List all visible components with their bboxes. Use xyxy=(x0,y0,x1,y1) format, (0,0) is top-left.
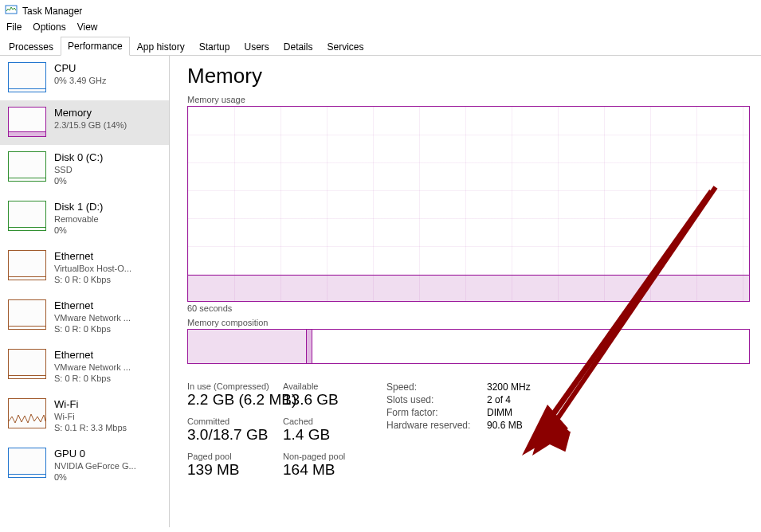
memory-usage-fill xyxy=(188,275,749,301)
sidebar-item-text: CPU0% 3.49 GHz xyxy=(54,62,106,92)
stats-right-col: Speed: 3200 MHz Slots used: 2 of 4 Form … xyxy=(386,381,531,479)
sidebar-item-sub1: VMware Network ... xyxy=(54,362,131,373)
sidebar-item-sub2: 0% xyxy=(54,175,103,186)
memory-usage-chart[interactable] xyxy=(187,106,750,302)
sidebar-item-sub1: Wi-Fi xyxy=(54,411,127,422)
stats-left-col: In use (Compressed) 2.2 GB (6.2 MB) Avai… xyxy=(187,381,363,479)
chart-x-axis-label: 60 seconds xyxy=(187,303,750,313)
label-nonpaged-pool: Non-paged pool xyxy=(283,452,363,461)
sidebar-thumb-chart xyxy=(8,448,46,478)
sidebar-thumb-chart xyxy=(8,299,46,330)
sidebar-item-ethernet[interactable]: EthernetVMware Network ...S: 0 R: 0 Kbps xyxy=(0,293,169,342)
app-icon xyxy=(5,3,18,18)
composition-label: Memory composition xyxy=(187,318,750,327)
sidebar-item-cpu[interactable]: CPU0% 3.49 GHz xyxy=(0,56,169,100)
sidebar-item-sub2: 0% xyxy=(54,471,136,483)
tab-services[interactable]: Services xyxy=(320,37,371,56)
label-available: Available xyxy=(283,381,363,391)
value-nonpaged-pool: 164 MB xyxy=(283,461,363,479)
sidebar-item-title: Disk 0 (C:) xyxy=(54,151,103,164)
sidebar-item-text: EthernetVMware Network ...S: 0 R: 0 Kbps xyxy=(54,299,131,334)
value-form-factor: DIMM xyxy=(487,407,531,418)
sidebar-item-title: Memory xyxy=(54,107,127,119)
sidebar-item-wi-fi[interactable]: Wi-FiWi-FiS: 0.1 R: 3.3 Mbps xyxy=(0,392,169,441)
tab-app-history[interactable]: App history xyxy=(130,37,192,56)
value-slots: 2 of 4 xyxy=(487,394,531,405)
composition-free xyxy=(312,330,749,363)
sidebar-item-sub1: VMware Network ... xyxy=(54,312,131,323)
sidebar-thumb-chart xyxy=(8,201,46,231)
tab-processes[interactable]: Processes xyxy=(2,37,61,56)
menu-bar: File Options View xyxy=(0,20,761,36)
sidebar-thumb-chart xyxy=(8,107,46,137)
value-available: 13.6 GB xyxy=(283,391,363,409)
label-form-factor: Form factor: xyxy=(386,407,482,418)
value-committed: 3.0/18.7 GB xyxy=(187,426,283,444)
value-speed: 3200 MHz xyxy=(487,381,531,393)
composition-in-use xyxy=(188,330,307,363)
tab-users[interactable]: Users xyxy=(237,37,276,56)
perf-main: Memory Memory usage 60 seconds Memory co… xyxy=(170,56,761,527)
sidebar-item-title: GPU 0 xyxy=(54,448,136,460)
value-paged-pool: 139 MB xyxy=(187,461,283,479)
composition-modified xyxy=(307,330,312,363)
sidebar-item-sub1: 2.3/15.9 GB (14%) xyxy=(54,119,127,131)
tab-performance[interactable]: Performance xyxy=(61,37,130,56)
sidebar-item-memory[interactable]: Memory2.3/15.9 GB (14%) xyxy=(0,100,169,145)
sidebar-item-title: CPU xyxy=(54,62,106,75)
sidebar-thumb-chart xyxy=(8,62,46,92)
label-in-use: In use (Compressed) xyxy=(187,381,283,391)
sidebar-item-sub1: NVIDIA GeForce G... xyxy=(54,460,136,471)
label-cached: Cached xyxy=(283,417,363,426)
sidebar-item-sub1: VirtualBox Host-O... xyxy=(54,263,131,274)
menu-file[interactable]: File xyxy=(6,22,22,33)
sidebar-item-text: Disk 0 (C:)SSD0% xyxy=(54,151,103,186)
tab-bar: Processes Performance App history Startu… xyxy=(0,36,761,56)
sidebar-item-sub1: 0% 3.49 GHz xyxy=(54,75,106,86)
sidebar-item-text: EthernetVirtualBox Host-O...S: 0 R: 0 Kb… xyxy=(54,250,131,285)
perf-sidebar: CPU0% 3.49 GHzMemory2.3/15.9 GB (14%)Dis… xyxy=(0,56,170,527)
tab-startup[interactable]: Startup xyxy=(192,37,237,56)
menu-view[interactable]: View xyxy=(77,22,98,33)
sidebar-thumb-chart xyxy=(8,151,46,182)
sidebar-item-gpu-0[interactable]: GPU 0NVIDIA GeForce G...0% xyxy=(0,441,169,491)
sidebar-item-text: Memory2.3/15.9 GB (14%) xyxy=(54,107,127,137)
label-paged-pool: Paged pool xyxy=(187,452,283,461)
sidebar-thumb-chart xyxy=(8,349,46,379)
sidebar-item-ethernet[interactable]: EthernetVirtualBox Host-O...S: 0 R: 0 Kb… xyxy=(0,244,169,293)
menu-options[interactable]: Options xyxy=(33,22,65,33)
sidebar-item-ethernet[interactable]: EthernetVMware Network ...S: 0 R: 0 Kbps xyxy=(0,342,169,392)
sidebar-item-text: Wi-FiWi-FiS: 0.1 R: 3.3 Mbps xyxy=(54,398,127,433)
window-title: Task Manager xyxy=(22,6,82,17)
sidebar-item-title: Ethernet xyxy=(54,349,131,362)
sidebar-item-title: Wi-Fi xyxy=(54,398,127,411)
memory-stats: In use (Compressed) 2.2 GB (6.2 MB) Avai… xyxy=(187,381,750,479)
sidebar-item-text: EthernetVMware Network ...S: 0 R: 0 Kbps xyxy=(54,349,131,384)
sidebar-item-sub2: S: 0 R: 0 Kbps xyxy=(54,373,131,384)
sidebar-item-sub2: S: 0 R: 0 Kbps xyxy=(54,274,131,285)
sidebar-item-title: Ethernet xyxy=(54,250,131,263)
value-in-use: 2.2 GB (6.2 MB) xyxy=(187,391,283,409)
value-cached: 1.4 GB xyxy=(283,426,363,444)
sidebar-item-sub2: S: 0 R: 0 Kbps xyxy=(54,323,131,334)
sidebar-item-text: GPU 0NVIDIA GeForce G...0% xyxy=(54,448,136,483)
sidebar-item-disk-1-d-[interactable]: Disk 1 (D:)Removable0% xyxy=(0,194,169,244)
page-title: Memory xyxy=(187,64,750,88)
usage-chart-label: Memory usage xyxy=(187,95,750,104)
sidebar-item-sub2: 0% xyxy=(54,225,103,236)
sidebar-item-sub2: S: 0.1 R: 3.3 Mbps xyxy=(54,422,127,433)
sidebar-thumb-chart xyxy=(8,398,46,428)
label-slots: Slots used: xyxy=(386,394,482,405)
label-committed: Committed xyxy=(187,417,283,426)
sidebar-item-title: Ethernet xyxy=(54,299,131,312)
label-hw-reserved: Hardware reserved: xyxy=(386,420,482,431)
window-titlebar: Task Manager xyxy=(0,0,761,20)
memory-composition-bar[interactable] xyxy=(187,329,750,364)
tab-details[interactable]: Details xyxy=(277,37,320,56)
sidebar-thumb-chart xyxy=(8,250,46,280)
sidebar-item-title: Disk 1 (D:) xyxy=(54,201,103,213)
value-hw-reserved: 90.6 MB xyxy=(487,420,531,431)
sidebar-item-sub1: Removable xyxy=(54,213,103,225)
sidebar-item-text: Disk 1 (D:)Removable0% xyxy=(54,201,103,236)
sidebar-item-disk-0-c-[interactable]: Disk 0 (C:)SSD0% xyxy=(0,145,169,194)
